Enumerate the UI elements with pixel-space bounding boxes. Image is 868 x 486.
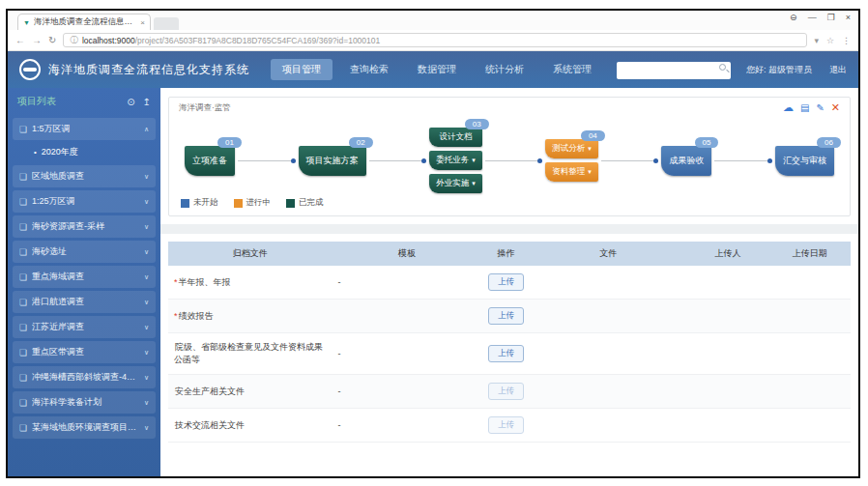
step-06[interactable]: 06 汇交与审核: [775, 146, 834, 176]
header-search-input[interactable]: [617, 62, 731, 79]
sidebar-item-label: 港口航道调查: [32, 296, 139, 308]
app-logo: [19, 59, 41, 80]
sidebar-item-label: 区域地质调查: [32, 170, 139, 183]
upload-button[interactable]: 上传: [488, 383, 524, 400]
upload-button[interactable]: 上传: [488, 307, 524, 325]
upload-button[interactable]: 上传: [488, 273, 524, 291]
sidebar-item-0[interactable]: ❏ 1:5万区调 ∧: [13, 118, 156, 140]
chevron-down-icon: ∨: [144, 324, 149, 331]
sidebar-item-label: 江苏近岸调查: [32, 321, 139, 333]
step-06-box[interactable]: 汇交与审核: [775, 146, 834, 176]
step-04-test-analysis[interactable]: 测试分析▾: [545, 139, 598, 158]
doc-icon: ❏: [19, 398, 27, 408]
sidebar-subitem-2020[interactable]: • 2020年度: [13, 143, 156, 162]
menu-item-stats[interactable]: 统计分析: [474, 59, 535, 80]
step-01-box[interactable]: 立项准备: [185, 146, 235, 176]
url-input[interactable]: ⓘ localhost:9000/project/36A503F8179A8C8…: [63, 33, 807, 47]
sidebar-item-6[interactable]: ❏ 港口航道调查 ∨: [13, 291, 156, 313]
close-icon[interactable]: ✕: [831, 102, 840, 113]
url-host: localhost:9000: [82, 36, 135, 45]
upload-button[interactable]: 上传: [488, 345, 524, 362]
bookmark-star-icon[interactable]: ☆: [826, 36, 834, 45]
search-icon: [719, 64, 726, 71]
chevron-down-icon: ∨: [144, 223, 149, 231]
chevron-down-icon: ∨: [144, 273, 149, 281]
template-cell: -: [332, 333, 481, 375]
window-close-button[interactable]: ×: [846, 13, 851, 22]
sidebar-item-label: 海砂选址: [32, 245, 139, 258]
menu-item-system[interactable]: 系统管理: [541, 59, 603, 80]
minimize-button[interactable]: —: [808, 13, 817, 22]
chevron-down-icon: ∨: [144, 399, 149, 407]
legend-label: 未开始: [193, 197, 218, 209]
sidebar-item-7[interactable]: ❏ 江苏近岸调查 ∨: [13, 316, 156, 338]
date-cell: [768, 409, 851, 443]
step-05[interactable]: 05 成果验收: [661, 146, 711, 176]
sidebar-item-2[interactable]: ❏ 1:25万区调 ∨: [13, 190, 156, 213]
step-02-box[interactable]: 项目实施方案: [299, 146, 366, 176]
sidebar-item-5[interactable]: ❏ 重点海域调查 ∨: [13, 266, 156, 288]
dropdown-icon: ▾: [588, 168, 592, 175]
step-03-design-doc[interactable]: 设计文档: [429, 128, 482, 147]
tab-close-icon[interactable]: ×: [140, 18, 145, 27]
chevron-down-icon: ∨: [144, 248, 149, 256]
reload-icon[interactable]: ↻: [48, 35, 56, 45]
step-badge: 03: [465, 119, 489, 129]
step-03-entrust-business[interactable]: 委托业务▾: [429, 151, 482, 170]
file-name: 安全生产相关文件: [175, 386, 245, 396]
app-header: 海洋地质调查全流程信息化支持系统 项目管理 查询检索 数据管理 统计分析 系统管…: [8, 51, 858, 88]
file-name: 半年报、年报: [179, 277, 231, 287]
edit-icon[interactable]: ✎: [816, 103, 824, 113]
table-row: 院级、省部级检查意见及文件资料成果公函等 - 上传: [168, 333, 851, 375]
date-cell: [768, 266, 851, 300]
step-02[interactable]: 02 项目实施方案: [299, 146, 366, 176]
menu-item-project[interactable]: 项目管理: [271, 59, 333, 80]
locate-icon[interactable]: ⊙: [127, 97, 134, 107]
browser-window: ▼ 海洋地质调查全流程信息… × ⊖ — ❐ × ← → ↻ ⓘ localho…: [6, 9, 860, 478]
sidebar-item-3[interactable]: ❏ 海砂资源调查-采样 ∨: [13, 215, 156, 238]
upload-button[interactable]: 上传: [488, 416, 524, 434]
back-icon[interactable]: ←: [15, 35, 25, 45]
browser-menu-icon[interactable]: ⋮: [842, 36, 851, 45]
profile-icon[interactable]: ⊖: [790, 13, 797, 22]
sidebar-item-label: 海洋科学装备计划: [32, 396, 139, 409]
doc-icon: ❏: [19, 172, 27, 182]
step-01[interactable]: 01 立项准备: [185, 146, 235, 176]
sidebar-item-11[interactable]: ❏ 某海域地质环境调查项目… ∨: [13, 416, 156, 439]
col-template: 模板: [332, 242, 481, 266]
file-cell: [530, 375, 686, 409]
sidebar-item-8[interactable]: ❏ 重点区带调查 ∨: [13, 341, 156, 363]
required-mark: *: [174, 277, 178, 287]
cloud-icon[interactable]: ☁: [783, 102, 794, 113]
info-icon[interactable]: ⓘ: [70, 35, 78, 46]
chevron-up-icon: ∧: [144, 126, 149, 133]
menu-item-search[interactable]: 查询检索: [338, 59, 400, 80]
step-05-box[interactable]: 成果验收: [661, 146, 711, 176]
step-badge: 04: [581, 130, 605, 141]
chevron-down-icon: ∨: [144, 198, 149, 206]
template-cell: -: [332, 375, 481, 409]
restore-button[interactable]: ❐: [827, 13, 835, 22]
dropdown-icon[interactable]: ▾: [814, 36, 819, 45]
favicon-icon: ▼: [23, 19, 30, 26]
step-04-data-arrange[interactable]: 资料整理▾: [545, 162, 598, 182]
sidebar-title: 项目列表: [17, 95, 119, 108]
sidebar-item-10[interactable]: ❏ 海洋科学装备计划 ∨: [13, 391, 156, 414]
file-name: 技术交流相关文件: [175, 420, 245, 430]
url-path: /project/36A503F8179A8C8D18D765C54FCA169…: [135, 36, 381, 45]
forward-icon[interactable]: →: [32, 35, 42, 45]
export-icon[interactable]: ▤: [800, 103, 809, 113]
browser-tab[interactable]: ▼ 海洋地质调查全流程信息… ×: [17, 14, 151, 30]
logout-link[interactable]: 退出: [829, 64, 847, 76]
required-mark: *: [174, 311, 178, 321]
sidebar-item-9[interactable]: ❏ 冲绳海槽西部斜坡调查-4h… ∨: [13, 366, 156, 388]
collapse-all-icon[interactable]: ↥: [143, 97, 151, 107]
new-tab-button[interactable]: [154, 17, 179, 30]
connector: [235, 158, 299, 163]
sidebar-item-1[interactable]: ❏ 区域地质调查 ∨: [13, 165, 156, 187]
step-03-field-work[interactable]: 外业实施▾: [429, 174, 482, 193]
tab-title: 海洋地质调查全流程信息…: [34, 16, 136, 28]
step-badge: 06: [817, 137, 841, 148]
menu-item-data[interactable]: 数据管理: [406, 59, 468, 80]
sidebar-item-4[interactable]: ❏ 海砂选址 ∨: [13, 241, 156, 263]
